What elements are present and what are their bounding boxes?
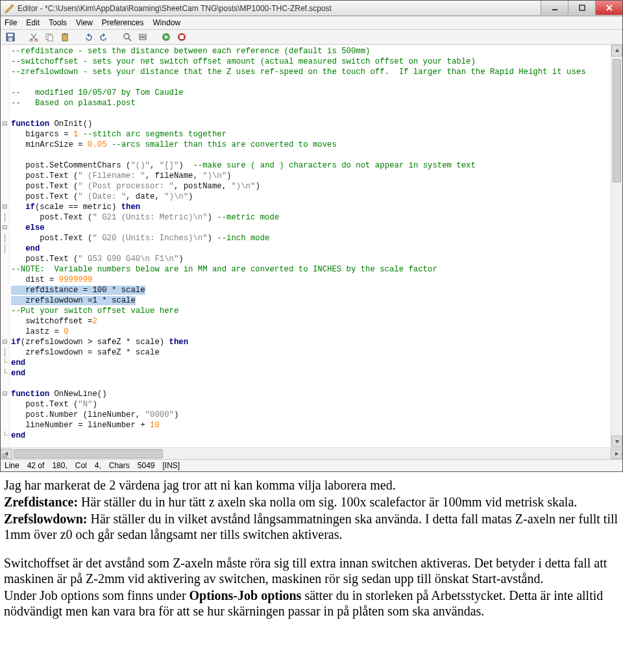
scroll-up-icon[interactable] [611, 45, 622, 56]
svg-rect-3 [8, 34, 13, 36]
statusbar: Line 42 of 180, Col 4, Chars 5049 [INS] [1, 459, 622, 471]
svg-rect-0 [552, 9, 557, 10]
editor-area[interactable]: ⊟ ⊟ │ ⊟ ││ ⊟ │└└ ⊟ └ ⊟ --refdistance - s… [1, 45, 622, 447]
fold-handle[interactable]: ⊟ [1, 451, 9, 462]
article-text: Jag har markerat de 2 värdena jag tror a… [0, 472, 623, 624]
status-chars-label: Chars [109, 461, 130, 470]
run-icon[interactable] [160, 32, 172, 42]
titlebar[interactable]: Editor - *C:\Users\Kim\AppData\Roaming\S… [1, 1, 622, 16]
window-title: Editor - *C:\Users\Kim\AppData\Roaming\S… [18, 4, 541, 13]
menu-window[interactable]: Window [153, 18, 181, 27]
save-icon[interactable] [5, 32, 16, 42]
svg-rect-8 [48, 35, 53, 41]
undo-icon[interactable] [82, 32, 94, 42]
status-col-label: Col [75, 461, 87, 470]
fold-gutter[interactable]: ⊟ ⊟ │ ⊟ ││ ⊟ │└└ ⊟ └ ⊟ [1, 45, 10, 447]
close-button[interactable] [595, 1, 622, 15]
fold-handle[interactable]: ⊟ [1, 389, 9, 399]
svg-rect-10 [64, 33, 66, 35]
status-chars-value: 5049 [138, 461, 155, 470]
menu-preferences[interactable]: Preferences [102, 18, 144, 27]
copy-icon[interactable] [43, 32, 55, 42]
hscroll-thumb[interactable] [14, 449, 163, 458]
cut-icon[interactable] [28, 32, 40, 42]
vertical-scrollbar[interactable] [611, 45, 622, 447]
replace-icon[interactable] [137, 32, 149, 42]
svg-rect-4 [8, 38, 12, 41]
status-insert-mode: [INS] [163, 461, 180, 470]
window-controls [541, 1, 622, 16]
status-line-value: 42 of [27, 461, 45, 470]
fold-handle[interactable]: ⊟ [1, 119, 9, 129]
redo-icon[interactable] [98, 32, 110, 42]
svg-point-11 [124, 34, 129, 39]
find-icon[interactable] [121, 32, 133, 42]
article-p2: Zrefdistance: Här ställer du in hur tätt… [4, 494, 619, 510]
fold-handle[interactable]: ⊟ [1, 337, 9, 347]
horizontal-scrollbar[interactable] [1, 447, 622, 459]
status-total-lines: 180, [52, 461, 67, 470]
app-icon [5, 3, 15, 14]
paste-icon[interactable] [59, 32, 71, 42]
fold-handle[interactable]: ⊟ [1, 202, 9, 212]
article-p3: Zrefslowdown: Här ställer du in vilket a… [4, 511, 619, 542]
scroll-right-icon[interactable] [611, 449, 622, 459]
svg-rect-13 [140, 38, 146, 40]
menu-file[interactable]: File [5, 18, 17, 27]
maximize-button[interactable] [568, 1, 595, 15]
svg-rect-12 [140, 34, 146, 36]
menu-view[interactable]: View [76, 18, 93, 27]
status-col-value: 4, [95, 461, 101, 470]
minimize-button[interactable] [541, 1, 568, 15]
article-p4: Switchoffset är det avstånd som Z-axeln … [4, 555, 619, 586]
svg-rect-1 [580, 5, 585, 10]
scroll-down-icon[interactable] [611, 436, 622, 447]
menubar: File Edit Tools View Preferences Window [1, 16, 622, 30]
stop-icon[interactable] [176, 32, 188, 42]
menu-tools[interactable]: Tools [49, 18, 67, 27]
article-p5: Under Job options som finns under Option… [4, 588, 619, 619]
fold-handle[interactable]: ⊟ [1, 223, 9, 233]
code-editor[interactable]: --refdistance - sets the distance betwee… [10, 45, 611, 447]
toolbar [1, 30, 622, 45]
menu-edit[interactable]: Edit [26, 18, 40, 27]
svg-rect-16 [180, 35, 184, 39]
scroll-thumb[interactable] [613, 59, 621, 182]
editor-window: Editor - *C:\Users\Kim\AppData\Roaming\S… [0, 0, 623, 472]
article-p1: Jag har markerat de 2 värdena jag tror a… [4, 477, 619, 493]
